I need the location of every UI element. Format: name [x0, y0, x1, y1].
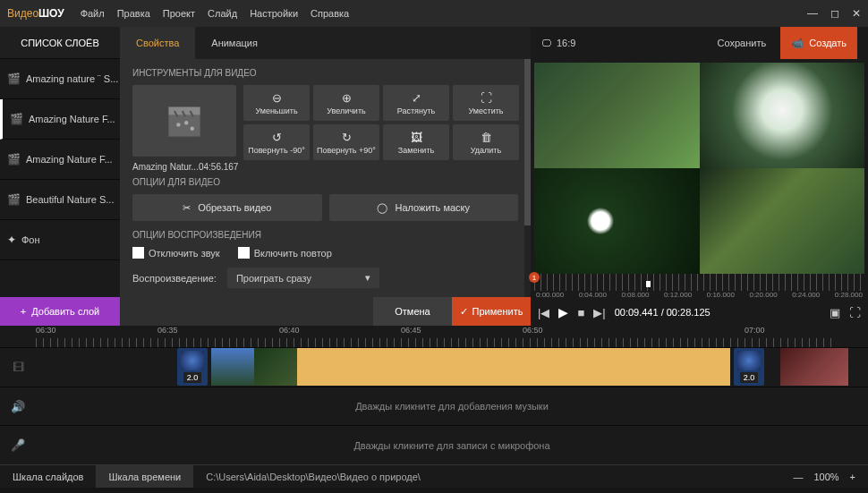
zoom-out-icon: ⊖ [272, 91, 282, 105]
zoom-in-button[interactable]: ⊕Увеличить [313, 85, 379, 121]
window-controls: — ◻ ✕ [807, 7, 861, 20]
video-track[interactable]: 🎞 2.0 2.0 [0, 347, 868, 387]
create-button[interactable]: 📹Создать [780, 27, 857, 59]
layer-item-2[interactable]: 🎬Amazing Nature F... [0, 140, 120, 180]
music-hint: Дважды кликните для добавления музыки [36, 401, 868, 412]
transition-out[interactable]: 2.0 [734, 348, 764, 386]
rotate-left-icon: ↺ [272, 131, 282, 144]
menu-file[interactable]: Файл [81, 8, 105, 19]
menu-settings[interactable]: Настройки [250, 8, 298, 19]
apply-label: Применить [472, 306, 523, 317]
film-icon: 🎬 [7, 193, 21, 206]
ruler-label: 0:24.000 [792, 291, 820, 299]
mask-button[interactable]: ◯Наложить маску [329, 194, 519, 221]
add-layer-button[interactable]: +Добавить слой [0, 297, 120, 326]
zoom-out-button[interactable]: — [793, 472, 803, 482]
ruler-playhead[interactable] [646, 281, 651, 287]
layer-item-bg[interactable]: ✦Фон [0, 220, 120, 260]
zoom-out-button[interactable]: ⊖Уменьшить [243, 85, 310, 121]
panel-scrollbar[interactable] [524, 59, 531, 297]
menu-edit[interactable]: Правка [117, 8, 150, 19]
film-icon: 🎬 [10, 113, 23, 125]
swirl-icon [181, 351, 204, 370]
capture-button[interactable]: ▣ [830, 306, 840, 319]
cancel-button[interactable]: Отмена [373, 297, 452, 326]
rotate-left-button[interactable]: ↺Повернуть -90° [243, 124, 310, 160]
fit-icon: ⛶ [481, 91, 492, 105]
select-value: Проиграть сразу [236, 273, 311, 284]
minimize-icon[interactable]: — [807, 7, 818, 20]
rotate-right-button[interactable]: ↻Повернуть +90° [313, 124, 379, 160]
properties-panel: Свойства Анимация ИНСТРУМЕНТЫ ДЛЯ ВИДЕО … [120, 27, 531, 326]
layer-item-1[interactable]: 🎬Amazing Nature F... [0, 99, 120, 140]
ruler-marker[interactable]: 1 [529, 272, 540, 283]
stretch-button[interactable]: ⤢Растянуть [383, 85, 449, 121]
tab-properties[interactable]: Свойства [120, 27, 195, 59]
apply-button[interactable]: ✓Применить [452, 297, 531, 326]
crop-video-button[interactable]: ✂Обрезать видео [132, 194, 322, 221]
layer-item-3[interactable]: 🎬Beautiful Nature S... [0, 180, 120, 220]
tool-label: Уменьшить [255, 106, 297, 115]
add-layer-label: Добавить слой [31, 306, 99, 317]
fx-icon: ✦ [7, 234, 16, 246]
playback-select[interactable]: Проиграть сразу▾ [227, 268, 379, 288]
maximize-icon[interactable]: ◻ [830, 7, 839, 20]
timeline-label: 06:40 [279, 326, 300, 335]
delete-button[interactable]: 🗑Удалить [453, 124, 519, 160]
mic-track[interactable]: 🎤 Дважды кликните для записи с микрофона [0, 425, 868, 464]
play-button[interactable]: ▶ [558, 305, 568, 319]
replace-button[interactable]: 🖼Заменить [383, 124, 449, 160]
preview-header: 🖵16:9 Сохранить 📹Создать [531, 27, 868, 59]
tab-animation[interactable]: Анимация [195, 27, 274, 59]
tab-time-scale[interactable]: Шкала времени [96, 465, 193, 488]
layers-panel: СПИСОК СЛОЁВ 🎬Amazing nature ¨ S... 🎬Ama… [0, 27, 120, 326]
timeline-clip[interactable] [211, 348, 730, 386]
stop-button[interactable]: ■ [577, 306, 584, 319]
timeline-label: 07:00 [745, 326, 765, 335]
tab-slides-scale[interactable]: Шкала слайдов [0, 465, 96, 488]
fullscreen-button[interactable]: ⛶ [849, 306, 861, 319]
section-video-tools: ИНСТРУМЕНТЫ ДЛЯ ВИДЕО [132, 68, 518, 78]
loop-checkbox[interactable]: Включить повтор [238, 247, 332, 259]
statusbar: Шкала слайдов Шкала времени C:\Users\Aid… [0, 464, 868, 488]
layer-label: Beautiful Nature S... [26, 194, 114, 205]
timeline-ruler[interactable]: 06:3006:3506:4006:4506:5007:0007:05 [36, 326, 832, 347]
layer-item-0[interactable]: 🎬Amazing nature ¨ S... [0, 59, 120, 99]
timeline-clip-next[interactable] [780, 348, 848, 386]
clip-name: Amazing Natur... [132, 162, 199, 172]
menu-project[interactable]: Проект [163, 8, 195, 19]
section-playback-options: ОПЦИИ ВОСПРОИЗВЕДЕНИЯ [132, 230, 518, 240]
transition-in[interactable]: 2.0 [177, 348, 208, 386]
trash-icon: 🗑 [481, 131, 492, 144]
close-icon[interactable]: ✕ [852, 7, 861, 20]
titlebar: ВидеоШОУ Файл Правка Проект Слайд Настро… [0, 0, 868, 27]
clip-thumbnail[interactable] [132, 85, 236, 157]
music-track[interactable]: 🔊 Дважды кликните для добавления музыки [0, 387, 868, 426]
film-icon: 🎬 [7, 153, 21, 166]
video-track-icon: 🎞 [0, 361, 36, 374]
ruler-label: 0:04.000 [579, 291, 607, 299]
save-button[interactable]: Сохранить [711, 38, 774, 48]
menu-slide[interactable]: Слайд [208, 8, 237, 19]
mic-hint: Дважды кликните для записи с микрофона [36, 440, 868, 451]
menu-help[interactable]: Справка [311, 8, 349, 19]
tool-label: Увеличить [327, 106, 365, 115]
clip-thumbnail-block: Amazing Natur... 04:56.167 [132, 85, 236, 172]
camera-icon: 📹 [791, 38, 804, 49]
preview-ruler[interactable]: 1 0:00.000 0:04.000 0:08.000 0:12.000 0:… [534, 274, 864, 299]
zoom-in-button[interactable]: + [850, 472, 855, 482]
next-button[interactable]: ▶| [593, 306, 605, 319]
mute-checkbox[interactable]: Отключить звук [132, 247, 220, 259]
checkbox-icon [238, 247, 250, 259]
transition-duration: 2.0 [740, 372, 759, 383]
preview-area[interactable] [534, 63, 864, 274]
clip-duration: 04:56.167 [199, 162, 239, 172]
scissors-icon: ✂ [183, 202, 191, 214]
scrollbar-thumb[interactable] [524, 59, 531, 225]
aspect-ratio[interactable]: 🖵16:9 [541, 38, 575, 48]
fit-button[interactable]: ⛶Уместить [453, 85, 519, 121]
layers-header: СПИСОК СЛОЁВ [0, 27, 120, 59]
svg-point-3 [184, 121, 188, 124]
prev-button[interactable]: |◀ [538, 306, 549, 319]
svg-rect-0 [168, 115, 200, 136]
